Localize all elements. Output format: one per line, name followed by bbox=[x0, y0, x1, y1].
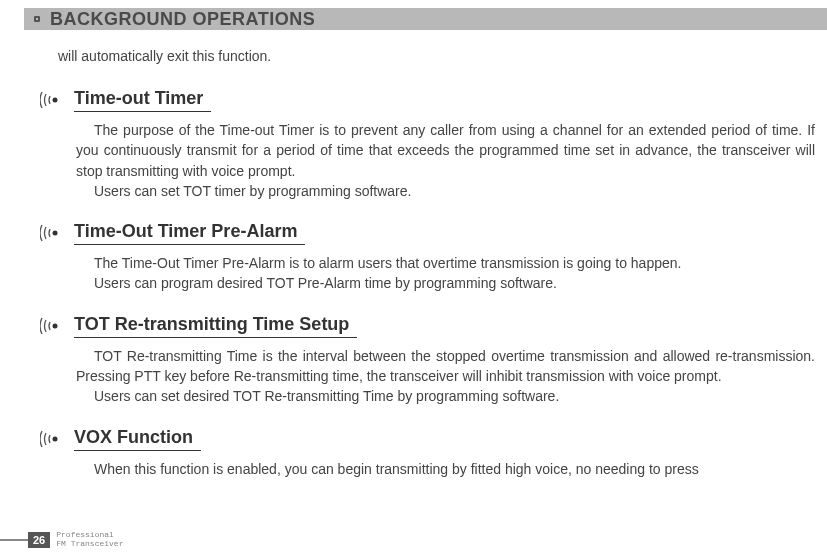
footer-text: Professional FM Transceiver bbox=[56, 531, 123, 549]
section-heading: Time-Out Timer Pre-Alarm bbox=[40, 221, 827, 245]
intro-text: will automatically exit this function. bbox=[58, 48, 827, 64]
footer-line2: FM Transceiver bbox=[56, 540, 123, 549]
radio-wave-icon bbox=[40, 223, 66, 243]
radio-wave-icon bbox=[40, 90, 66, 110]
radio-wave-icon bbox=[40, 316, 66, 336]
heading-text: TOT Re-transmitting Time Setup bbox=[74, 314, 357, 338]
footer: 26 Professional FM Transceiver bbox=[0, 531, 123, 549]
header-bar: BACKGROUND OPERATIONS bbox=[24, 8, 827, 30]
svg-point-3 bbox=[53, 436, 58, 441]
footer-line bbox=[0, 539, 28, 541]
section-heading: VOX Function bbox=[40, 427, 827, 451]
section-body: TOT Re-transmitting Time is the interval… bbox=[76, 346, 815, 407]
radio-wave-icon bbox=[40, 429, 66, 449]
paragraph: Users can set TOT timer by programming s… bbox=[76, 181, 815, 201]
header-bullet-icon bbox=[34, 16, 40, 22]
heading-text: VOX Function bbox=[74, 427, 201, 451]
paragraph: The Time-Out Timer Pre-Alarm is to alarm… bbox=[76, 253, 815, 273]
section-body: When this function is enabled, you can b… bbox=[76, 459, 815, 479]
paragraph: Users can set desired TOT Re-transmittin… bbox=[76, 386, 815, 406]
section-tot-pre-alarm: Time-Out Timer Pre-Alarm The Time-Out Ti… bbox=[0, 221, 827, 294]
section-vox: VOX Function When this function is enabl… bbox=[0, 427, 827, 479]
paragraph: The purpose of the Time-out Timer is to … bbox=[76, 120, 815, 181]
section-body: The purpose of the Time-out Timer is to … bbox=[76, 120, 815, 201]
svg-point-1 bbox=[53, 231, 58, 236]
heading-text: Time-Out Timer Pre-Alarm bbox=[74, 221, 305, 245]
section-body: The Time-Out Timer Pre-Alarm is to alarm… bbox=[76, 253, 815, 294]
svg-point-2 bbox=[53, 323, 58, 328]
paragraph: Users can program desired TOT Pre-Alarm … bbox=[76, 273, 815, 293]
section-heading: Time-out Timer bbox=[40, 88, 827, 112]
section-time-out-timer: Time-out Timer The purpose of the Time-o… bbox=[0, 88, 827, 201]
section-tot-retransmit: TOT Re-transmitting Time Setup TOT Re-tr… bbox=[0, 314, 827, 407]
paragraph: TOT Re-transmitting Time is the interval… bbox=[76, 346, 815, 387]
section-heading: TOT Re-transmitting Time Setup bbox=[40, 314, 827, 338]
paragraph: When this function is enabled, you can b… bbox=[76, 459, 815, 479]
svg-point-0 bbox=[53, 98, 58, 103]
heading-text: Time-out Timer bbox=[74, 88, 211, 112]
header-title: BACKGROUND OPERATIONS bbox=[50, 9, 315, 30]
page-number: 26 bbox=[28, 532, 50, 548]
